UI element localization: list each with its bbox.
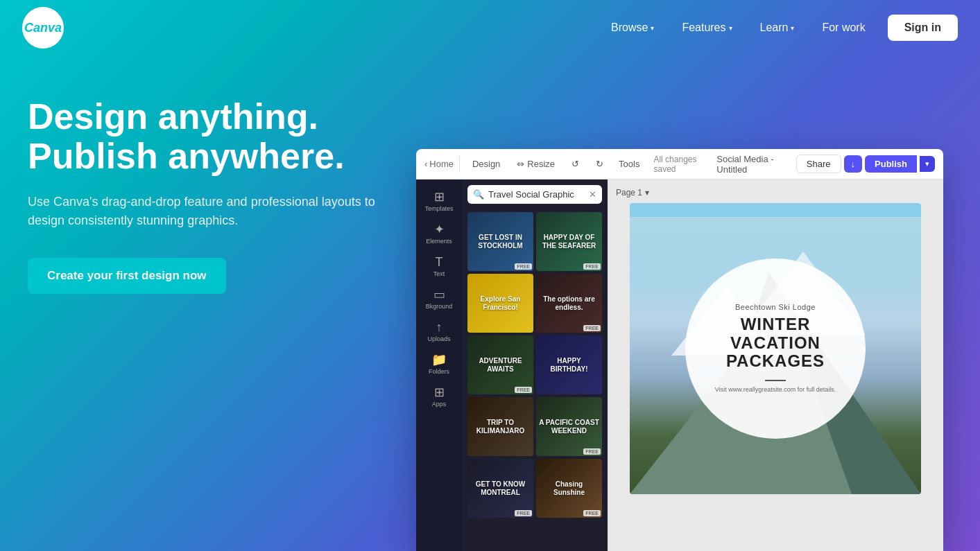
folders-icon: 📁 [431,353,447,366]
free-badge: FREE [515,263,532,270]
chevron-down-icon: ▾ [651,24,654,32]
template-kilimanjaro[interactable]: TRIP TO KILIMANJARO [467,397,533,456]
canvas-area: Page 1 ▾ Beechtown Ski Lodge WINTER VACA… [608,180,943,551]
canvas-frame[interactable]: Beechtown Ski Lodge WINTER VACATION PACK… [630,203,921,494]
editor-sidebar: ⊞ Templates ✦ Elements T Text ▭ Bkground… [416,180,462,551]
nav-learn[interactable]: Learn ▾ [749,16,806,40]
elements-icon: ✦ [434,223,445,236]
sidebar-item-text[interactable]: T Text [416,250,462,283]
template-adventure[interactable]: ADVENTURE AWAITS FREE [467,335,533,394]
resize-button[interactable]: ⇔ Resize [510,156,562,172]
sidebar-item-folders[interactable]: 📁 Folders [416,348,462,381]
editor-body: ⊞ Templates ✦ Elements T Text ▭ Bkground… [416,180,943,551]
editor-mockup: ‹ Home Design ⇔ Resize ↺ ↻ Tools All cha… [416,149,943,551]
download-button[interactable]: ↓ [844,155,863,173]
canvas-main-title: WINTER VACATION PACKAGES [699,315,852,370]
canvas-subtitle: Beechtown Ski Lodge [735,303,816,311]
sidebar-item-uploads[interactable]: ↑ Uploads [416,315,462,348]
templates-icon: ⊞ [434,191,445,203]
tools-label[interactable]: Tools [613,156,645,172]
uploads-icon: ↑ [436,321,442,333]
chevron-left-icon: ‹ [424,159,427,169]
chevron-down-icon: ▾ [729,24,732,32]
text-icon: T [436,256,443,268]
free-badge: FREE [515,387,532,393]
download-icon: ↓ [851,159,856,169]
sidebar-item-templates[interactable]: ⊞ Templates [416,185,462,218]
doc-title: Social Media - Untitled [716,154,793,175]
canvas-circle-overlay: Beechtown Ski Lodge WINTER VACATION PACK… [685,259,866,439]
logo[interactable]: Canva [22,7,64,49]
nav-browse[interactable]: Browse ▾ [600,16,665,40]
resize-icon: ⇔ [517,159,524,169]
free-badge: FREE [583,510,601,516]
divider [459,156,460,173]
hero-subtitle: Use Canva's drag-and-drop feature and pr… [28,193,402,230]
undo-button[interactable]: ↺ [565,156,586,172]
page-label: Page 1 ▾ [616,188,649,198]
share-button[interactable]: Share [796,155,841,173]
template-chasing[interactable]: Chasing Sunshine FREE [536,459,602,518]
template-sanfrancisco[interactable]: Explore San Francisco! [467,274,533,333]
redo-button[interactable]: ↻ [589,156,610,172]
navbar: Canva Browse ▾ Features ▾ Learn ▾ For wo… [0,0,980,55]
design-button[interactable]: Design [465,156,507,172]
nav-links: Browse ▾ Features ▾ Learn ▾ For work Sig… [600,15,958,41]
canvas-divider [765,380,786,381]
nav-for-work[interactable]: For work [811,16,876,40]
template-birthday[interactable]: HAPPY BIRTHDAY! [536,335,602,394]
templates-grid: GET LOST IN STOCKHOLM FREE HAPPY DAY OF … [462,209,608,521]
free-badge: FREE [583,448,601,455]
search-box[interactable]: 🔍 Travel Social Graphic ✕ [467,185,602,204]
apps-icon: ⊞ [434,386,445,399]
cta-button[interactable]: Create your first design now [28,258,226,294]
signin-button[interactable]: Sign in [888,15,958,41]
search-clear-button[interactable]: ✕ [589,189,596,200]
chevron-down-icon: ▾ [645,188,649,198]
editor-topbar: ‹ Home Design ⇔ Resize ↺ ↻ Tools All cha… [416,149,943,180]
template-seafarer[interactable]: HAPPY DAY OF THE SEAFARER FREE [536,212,602,271]
search-icon: 🔍 [473,189,484,200]
template-pacific[interactable]: A PACIFIC COAST WEEKEND FREE [536,397,602,456]
free-badge: FREE [583,325,601,331]
logo-text: Canva [24,21,62,35]
chevron-down-icon: ▾ [791,24,794,32]
back-home-button[interactable]: ‹ Home [424,159,454,169]
template-options[interactable]: The options are endless. FREE [536,274,602,333]
template-stockholm[interactable]: GET LOST IN STOCKHOLM FREE [467,212,533,271]
publish-dropdown-button[interactable]: ▾ [920,156,935,172]
templates-panel: 🔍 Travel Social Graphic ✕ GET LOST IN ST… [462,180,608,551]
hero-title: Design anything. Publish anywhere. [28,97,402,176]
saved-status: All changes saved [653,155,711,174]
sidebar-item-elements[interactable]: ✦ Elements [416,218,462,250]
sidebar-item-apps[interactable]: ⊞ Apps [416,381,462,413]
free-badge: FREE [583,263,601,270]
search-query: Travel Social Graphic [488,189,585,200]
nav-features[interactable]: Features ▾ [671,16,743,40]
publish-button[interactable]: Publish [865,155,917,173]
background-icon: ▭ [433,288,445,301]
free-badge: FREE [515,510,532,516]
sidebar-item-background[interactable]: ▭ Bkground [416,283,462,315]
hero-content: Design anything. Publish anywhere. Use C… [28,97,402,294]
canvas-body-text: Visit www.reallygreatsite.com for full d… [715,385,836,394]
template-montreal[interactable]: GET TO KNOW MONTREAL FREE [467,459,533,518]
